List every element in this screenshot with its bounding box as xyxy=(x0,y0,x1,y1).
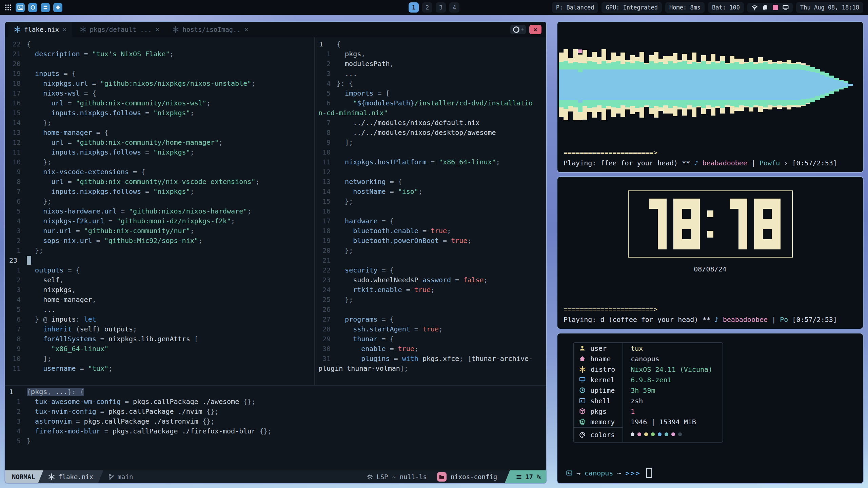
code-line[interactable]: 5} xyxy=(5,436,546,446)
code-line[interactable]: plugin thunar-volman]; xyxy=(315,364,546,373)
code-line[interactable]: 10 ]; xyxy=(5,354,314,364)
code-line[interactable]: 3 astronvim = pkgs.callPackage ./astronv… xyxy=(5,416,546,426)
tab-close-icon[interactable]: × xyxy=(244,25,249,34)
code-line[interactable]: 3 ... xyxy=(315,69,546,79)
editor-pane-flake[interactable]: 22{21 description = "tux's NixOS Flake";… xyxy=(5,37,314,385)
record-icon[interactable] xyxy=(773,5,778,10)
code-line[interactable]: 22{ xyxy=(5,39,314,49)
code-line[interactable]: 4 firefox-mod-blur = pkgs.callPackage ./… xyxy=(5,426,546,436)
code-line[interactable]: 1 tux-awesome-wm-config = pkgs.callPacka… xyxy=(5,397,546,407)
code-line[interactable]: 7 inherit (self) outputs; xyxy=(5,324,314,334)
code-line[interactable]: 8 forAllSystems = nixpkgs.lib.genAttrs [ xyxy=(5,334,314,344)
code-line[interactable]: 1{pkgs, ...}: { xyxy=(5,387,546,397)
code-line[interactable]: 1 }; xyxy=(5,246,314,256)
code-line[interactable]: 11 nixpkgs.hostPlatform = "x86_64-linux"… xyxy=(315,157,546,167)
code-line[interactable]: 18 bluetooth.enable = true; xyxy=(315,226,546,236)
code-line[interactable]: 5 nixos-hardware.url = "github:nixos/nix… xyxy=(5,206,314,216)
code-line[interactable]: 3 nur.url = "github:nix-community/nur"; xyxy=(5,226,314,236)
code-line[interactable]: 4 nixpkgs-f2k.url = "github:moni-dz/nixp… xyxy=(5,216,314,226)
code-line[interactable]: 20 xyxy=(5,59,314,69)
code-line[interactable]: 16 url = "github:nix-community/nixos-wsl… xyxy=(5,98,314,108)
code-line[interactable]: 17 nixos-wsl = { xyxy=(5,88,314,98)
shell-prompt[interactable]: → canopus ~ >>> xyxy=(557,468,863,483)
tab-hosts/isoImag..[interactable]: hosts/isoImag..× xyxy=(167,22,254,37)
code-line[interactable]: 18 nixpkgs.url = "github:nixos/nixpkgs/n… xyxy=(5,79,314,88)
tab-close-icon[interactable]: × xyxy=(62,25,67,34)
code-line[interactable]: 17 hardware = { xyxy=(315,216,546,226)
code-line[interactable]: n-cd-minimal.nix" xyxy=(315,108,546,118)
code-line[interactable]: 12 url = "github:nix-community/home-mana… xyxy=(5,138,314,147)
code-line[interactable]: 21 xyxy=(315,256,546,265)
code-line[interactable]: 19 bluetooth.powerOnBoot = true; xyxy=(315,236,546,246)
tab-pkgs/default ...[interactable]: pkgs/default ...× xyxy=(74,22,165,37)
code-line[interactable]: 15 inputs.nixpkgs.follows = "nixpkgs"; xyxy=(5,108,314,118)
code-line[interactable]: 31 plugins = with pkgs.xfce; [thunar-arc… xyxy=(315,354,546,364)
code-line[interactable]: 2 sops-nix.url = "github:Mic92/sops-nix"… xyxy=(5,236,314,246)
screen-icon[interactable] xyxy=(783,4,789,11)
code-line[interactable]: 29 thunar = { xyxy=(315,334,546,344)
ghost-icon[interactable] xyxy=(762,4,768,11)
code-line[interactable]: 9 nix-vscode-extensions = { xyxy=(5,167,314,177)
code-line[interactable]: 14 hostName = "iso"; xyxy=(315,187,546,197)
code-line[interactable]: 9 ]; xyxy=(315,138,546,147)
code-line[interactable]: 6 }; xyxy=(5,197,314,206)
code-line[interactable]: 4}: { xyxy=(315,79,546,88)
code-line[interactable]: 7 inputs.nixpkgs.follows = "nixpkgs"; xyxy=(5,187,314,197)
code-line[interactable]: 4 home-manager, xyxy=(5,295,314,305)
code-line[interactable]: 3 nixpkgs, xyxy=(5,285,314,295)
code-line[interactable]: 9 "x86_64-linux" xyxy=(5,344,314,354)
code-line[interactable]: 19 inputs = { xyxy=(5,69,314,79)
code-line[interactable]: 5 ... xyxy=(5,305,314,314)
code-line[interactable]: 23 sudo.wheelNeedsP assword = false; xyxy=(315,275,546,285)
taskbar-app-3-icon[interactable] xyxy=(41,3,50,12)
code-line[interactable]: 8 ../../modules/nixos/desktop/awesome xyxy=(315,128,546,138)
code-line[interactable]: 13 home-manager = { xyxy=(5,128,314,138)
editor-pane-iso[interactable]: 1{1 pkgs,2 modulesPath,3 ...4}: {5 impor… xyxy=(315,37,546,385)
code-line[interactable]: 8 url = "github:nix-community/nix-vscode… xyxy=(5,177,314,187)
code-line[interactable]: 11 username = "tux"; xyxy=(5,364,314,373)
code-line[interactable]: 30 enable = true; xyxy=(315,344,546,354)
tab-flake.nix[interactable]: flake.nix× xyxy=(8,22,72,37)
wifi-icon[interactable] xyxy=(751,4,758,11)
code-line[interactable]: 13 networking = { xyxy=(315,177,546,187)
taskbar-app-2-icon[interactable] xyxy=(28,3,37,12)
code-line[interactable]: 12 xyxy=(315,167,546,177)
editor-pane-default[interactable]: 1{pkgs, ...}: {1 tux-awesome-wm-config =… xyxy=(5,385,546,470)
toggle-button[interactable] xyxy=(510,25,526,34)
code-line[interactable]: 2 self, xyxy=(5,275,314,285)
code-line[interactable]: 11 inputs.nixpkgs.follows = "nixpkgs"; xyxy=(5,147,314,157)
taskbar-app-1-icon[interactable] xyxy=(16,3,25,12)
workspace-tag-1[interactable]: 1 xyxy=(409,2,419,13)
workspace-tag-3[interactable]: 3 xyxy=(436,2,446,13)
taskbar-app-4-icon[interactable] xyxy=(53,3,62,12)
workspace-tag-4[interactable]: 4 xyxy=(449,2,459,13)
code-line[interactable]: 6 "${modulesPath}/installer/cd-dvd/insta… xyxy=(315,98,546,108)
tab-close-icon[interactable]: × xyxy=(155,25,160,34)
code-line[interactable]: 10 }; xyxy=(5,157,314,167)
code-line[interactable]: 6 } @ inputs: let xyxy=(5,314,314,324)
code-line[interactable]: 1{ xyxy=(315,39,546,49)
code-line[interactable]: 7 ../../modules/nixos/default.nix xyxy=(315,118,546,128)
viz-column xyxy=(763,61,768,109)
code-line[interactable]: 28 ssh.startAgent = true; xyxy=(315,324,546,334)
code-line[interactable]: 21 description = "tux's NixOS Flake"; xyxy=(5,49,314,59)
code-line[interactable]: 25 }; xyxy=(315,295,546,305)
code-line[interactable]: 22 security = { xyxy=(315,265,546,275)
code-line[interactable]: 27 programs = { xyxy=(315,314,546,324)
workspace-tag-2[interactable]: 2 xyxy=(422,2,432,13)
code-line[interactable]: 1 pkgs, xyxy=(315,49,546,59)
code-line[interactable]: 24 rtkit.enable = true; xyxy=(315,285,546,295)
code-line[interactable]: 2 modulesPath, xyxy=(315,59,546,69)
code-line[interactable]: 16 xyxy=(315,206,546,216)
code-line[interactable]: 2 tux-nvim-config = pkgs.callPackage ./n… xyxy=(5,407,546,416)
window-close-button[interactable]: × xyxy=(529,25,541,34)
app-launcher-grid-icon[interactable] xyxy=(5,4,12,11)
code-line[interactable]: 23 xyxy=(5,256,314,265)
code-line[interactable]: 20 }; xyxy=(315,246,546,256)
code-line[interactable]: 26 xyxy=(315,305,546,314)
code-line[interactable]: 14 }; xyxy=(5,118,314,128)
code-line[interactable]: 10 xyxy=(315,147,546,157)
code-line[interactable]: 5 imports = [ xyxy=(315,88,546,98)
code-line[interactable]: 15 }; xyxy=(315,197,546,206)
code-line[interactable]: 1 outputs = { xyxy=(5,265,314,275)
